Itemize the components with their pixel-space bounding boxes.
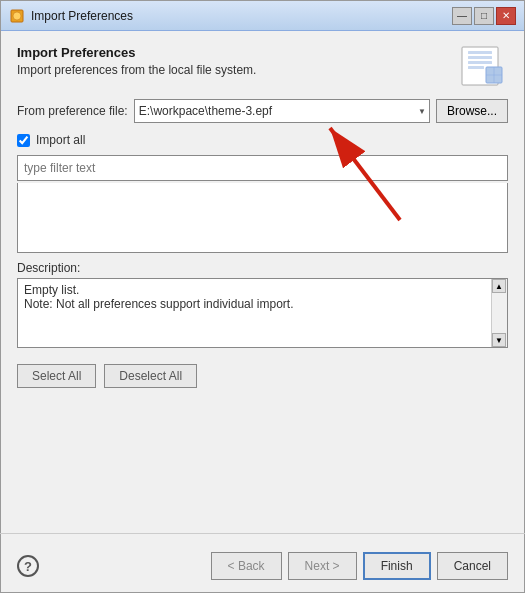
description-label: Description: bbox=[17, 261, 508, 275]
preferences-sheet-icon bbox=[460, 45, 508, 87]
dialog-subtitle: Import preferences from the local file s… bbox=[17, 63, 450, 77]
app-icon bbox=[9, 8, 25, 24]
help-button[interactable]: ? bbox=[17, 555, 39, 577]
select-all-button[interactable]: Select All bbox=[17, 364, 96, 388]
main-window: Import Preferences — □ ✕ Import Preferen… bbox=[0, 0, 525, 593]
dialog-title: Import Preferences bbox=[17, 45, 450, 60]
description-text: Empty list. Note: Not all preferences su… bbox=[18, 279, 491, 347]
finish-button[interactable]: Finish bbox=[363, 552, 431, 580]
import-all-checkbox[interactable] bbox=[17, 134, 30, 147]
back-button[interactable]: < Back bbox=[211, 552, 282, 580]
svg-point-1 bbox=[13, 12, 21, 20]
svg-rect-4 bbox=[468, 56, 492, 59]
description-scrollbar: ▲ ▼ bbox=[491, 279, 507, 347]
header-text: Import Preferences Import preferences fr… bbox=[17, 45, 450, 77]
maximize-button[interactable]: □ bbox=[474, 7, 494, 25]
minimize-button[interactable]: — bbox=[452, 7, 472, 25]
bottom-bar: ? < Back Next > Finish Cancel bbox=[1, 544, 524, 592]
deselect-all-button[interactable]: Deselect All bbox=[104, 364, 197, 388]
file-combo[interactable]: E:\workpace\theme-3.epf bbox=[134, 99, 430, 123]
description-wrapper: Empty list. Note: Not all preferences su… bbox=[17, 278, 508, 356]
svg-rect-5 bbox=[468, 61, 492, 64]
file-label: From preference file: bbox=[17, 104, 128, 118]
svg-rect-3 bbox=[468, 51, 492, 54]
separator bbox=[0, 533, 525, 534]
scroll-up-button[interactable]: ▲ bbox=[492, 279, 506, 293]
close-button[interactable]: ✕ bbox=[496, 7, 516, 25]
file-combo-wrapper: E:\workpace\theme-3.epf bbox=[134, 99, 430, 123]
svg-rect-6 bbox=[468, 66, 484, 69]
file-form-row: From preference file: E:\workpace\theme-… bbox=[17, 99, 508, 123]
preference-list[interactable] bbox=[17, 183, 508, 253]
filter-input[interactable] bbox=[17, 155, 508, 181]
window-title: Import Preferences bbox=[31, 9, 133, 23]
selection-buttons: Select All Deselect All bbox=[17, 364, 508, 388]
import-all-label: Import all bbox=[36, 133, 85, 147]
title-bar: Import Preferences — □ ✕ bbox=[1, 1, 524, 31]
header-section: Import Preferences Import preferences fr… bbox=[17, 45, 508, 87]
dialog-content: Import Preferences Import preferences fr… bbox=[1, 31, 524, 533]
cancel-button[interactable]: Cancel bbox=[437, 552, 508, 580]
browse-button[interactable]: Browse... bbox=[436, 99, 508, 123]
title-bar-controls: — □ ✕ bbox=[452, 7, 516, 25]
next-button[interactable]: Next > bbox=[288, 552, 357, 580]
title-bar-left: Import Preferences bbox=[9, 8, 133, 24]
import-all-row: Import all bbox=[17, 133, 508, 147]
navigation-buttons: < Back Next > Finish Cancel bbox=[211, 552, 508, 580]
scroll-down-button[interactable]: ▼ bbox=[492, 333, 506, 347]
